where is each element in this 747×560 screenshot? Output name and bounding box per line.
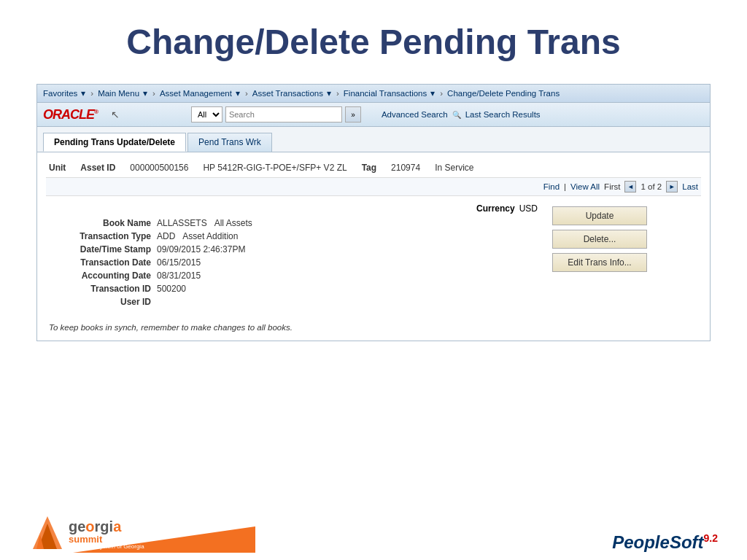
main-content: Favorites ▾ › Main Menu ▾ › Asset Manage… [0, 77, 747, 341]
book-name-value: ALLASSETS [157, 218, 207, 228]
footer: georgia summit University System of Geor… [0, 502, 747, 560]
transaction-type-desc: Asset Addition [182, 231, 238, 241]
transaction-type-row: Transaction Type ADD Asset Addition [49, 231, 538, 241]
page-title-section: Change/Delete Pending Trans [0, 0, 747, 77]
last-search-results-link[interactable]: Last Search Results [465, 110, 541, 119]
asset-transactions-link[interactable]: Asset Transactions [252, 89, 323, 98]
georgia-text: georgia [69, 518, 121, 534]
accounting-date-label: Accounting Date [49, 271, 151, 281]
asset-status: In Service [435, 163, 473, 173]
breadcrumb-bar: Favorites ▾ › Main Menu ▾ › Asset Manage… [37, 85, 710, 103]
book-name-desc: All Assets [214, 218, 252, 228]
update-button[interactable]: Update [552, 206, 647, 225]
view-all-link[interactable]: View All [570, 182, 600, 191]
search-results-icon: 🔍 [452, 111, 461, 119]
search-input[interactable] [225, 106, 342, 122]
usg-text: University System of Georgia [69, 544, 144, 550]
tab-area: Pending Trans Update/Delete Pend Trans W… [37, 127, 710, 152]
pagination-of: 1 of 2 [640, 182, 662, 191]
delete-button[interactable]: Delete... [552, 230, 647, 249]
pagination-last-link[interactable]: Last [682, 182, 698, 191]
financial-transactions-link[interactable]: Financial Transactions [344, 89, 427, 98]
transaction-date-value: 06/15/2015 [157, 257, 201, 268]
pagination-next-button[interactable]: ► [666, 181, 678, 192]
asset-transactions-dropdown[interactable]: ▾ [326, 88, 332, 98]
advanced-search-link[interactable]: Advanced Search [382, 110, 448, 119]
main-menu-link[interactable]: Main Menu [98, 89, 139, 98]
asset-id-value: 000000500156 [130, 163, 188, 173]
ps-container: Favorites ▾ › Main Menu ▾ › Asset Manage… [36, 84, 711, 341]
asset-info-row: Unit Asset ID 000000500156 HP 5412R-GIG-… [46, 158, 701, 178]
notice-text: To keep books in synch, remember to make… [46, 317, 701, 335]
pagination-prev-button[interactable]: ◄ [624, 181, 636, 192]
currency-label: Currency [476, 203, 515, 214]
search-scope-select[interactable]: All [191, 106, 222, 122]
search-go-button[interactable]: » [345, 106, 361, 122]
accounting-date-row: Accounting Date 08/31/2015 [49, 271, 538, 281]
datetime-stamp-row: Date/Time Stamp 09/09/2015 2:46:37PM [49, 244, 538, 254]
form-content: Currency USD Book Name ALLASSETS All Ass… [46, 196, 701, 317]
cursor-icon: ↖ [111, 109, 120, 120]
tag-label: Tag [362, 163, 376, 173]
transaction-id-row: Transaction ID 500200 [49, 284, 538, 294]
toolbar-links: Advanced Search 🔍 Last Search Results [382, 110, 541, 119]
form-left: Currency USD Book Name ALLASSETS All Ass… [49, 203, 538, 310]
unit-label: Unit [49, 163, 66, 173]
book-name-row: Book Name ALLASSETS All Assets [49, 218, 538, 228]
transaction-id-label: Transaction ID [49, 284, 151, 294]
transaction-type-value: ADD [157, 231, 175, 241]
transaction-type-label: Transaction Type [49, 231, 151, 241]
user-id-label: User ID [49, 297, 151, 307]
georgia-summit-icon [29, 513, 66, 553]
search-area: All » [191, 106, 361, 122]
tag-value: 210974 [391, 163, 420, 173]
datetime-stamp-label: Date/Time Stamp [49, 244, 151, 254]
book-name-label: Book Name [49, 218, 151, 228]
asset-name: HP 5412R-GIG-T-POE+/SFP+ V2 ZL [203, 163, 347, 173]
peoplesoft-logo: PeopleSoft9.2 [612, 532, 718, 553]
transaction-date-row: Transaction Date 06/15/2015 [49, 257, 538, 268]
favorites-link[interactable]: Favorites [43, 89, 77, 98]
page-title: Change/Delete Pending Trans [15, 22, 732, 62]
asset-management-link[interactable]: Asset Management [160, 89, 232, 98]
accounting-date-value: 08/31/2015 [157, 271, 201, 281]
tab-pend-trans-wrk[interactable]: Pend Trans Wrk [187, 133, 272, 152]
transaction-date-label: Transaction Date [49, 257, 151, 268]
favorites-dropdown[interactable]: ▾ [80, 88, 86, 98]
asset-id-label: Asset ID [80, 163, 115, 173]
user-id-row: User ID [49, 297, 538, 307]
breadcrumb-current: Change/Delete Pending Trans [447, 89, 560, 98]
version-badge: 9.2 [704, 532, 718, 544]
find-link[interactable]: Find [543, 182, 560, 191]
pagination-row: Find | View All First ◄ 1 of 2 ► Last [46, 178, 701, 196]
oracle-logo: ORACLE® [43, 107, 98, 122]
pagination-first-label: First [604, 182, 620, 191]
toolbar: ORACLE® ↖ All » Advanced Search 🔍 Last S… [37, 103, 710, 127]
tab-pending-trans-update-delete[interactable]: Pending Trans Update/Delete [43, 133, 186, 152]
datetime-stamp-value: 09/09/2015 2:46:37PM [157, 244, 245, 254]
financial-transactions-dropdown[interactable]: ▾ [430, 88, 436, 98]
transaction-id-value: 500200 [157, 284, 186, 294]
currency-value: USD [519, 203, 538, 214]
form-right: Update Delete... Edit Trans Info... [552, 206, 698, 310]
edit-trans-info-button[interactable]: Edit Trans Info... [552, 253, 647, 272]
content-area: Unit Asset ID 000000500156 HP 5412R-GIG-… [37, 152, 710, 341]
main-menu-dropdown[interactable]: ▾ [142, 88, 148, 98]
asset-management-dropdown[interactable]: ▾ [235, 88, 241, 98]
